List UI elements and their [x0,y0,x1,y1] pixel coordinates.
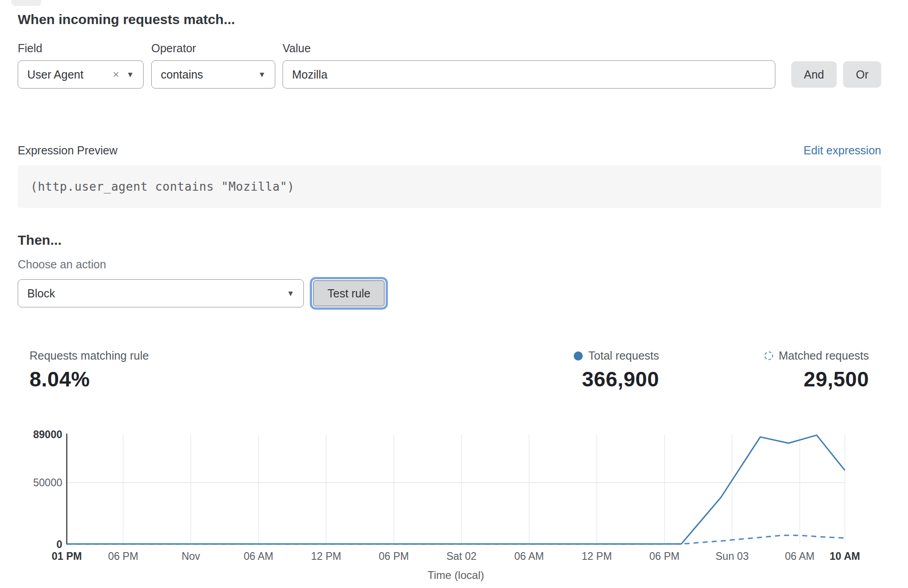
expression-preview-row: Expression Preview Edit expression [18,144,881,157]
requests-matching-value: 8.04% [30,367,149,391]
operator-label: Operator [151,42,283,55]
svg-text:89000: 89000 [33,429,62,440]
svg-text:06 AM: 06 AM [785,550,814,562]
edit-expression-link[interactable]: Edit expression [804,144,881,157]
expression-code-block: (http.user_agent contains "Mozilla") [18,165,881,208]
condition-row: User Agent × ▼ contains ▼ And Or [18,60,881,89]
svg-text:50000: 50000 [33,477,62,489]
match-heading: When incoming requests match... [18,12,881,27]
rule-builder-page: When incoming requests match... Field Op… [0,12,908,586]
action-select-value: Block [27,287,55,300]
svg-text:Nov: Nov [182,550,200,562]
requests-chart: 0500008900001 PM06 PMNov06 AM12 PM06 PMS… [18,429,881,586]
svg-text:06 AM: 06 AM [514,550,544,562]
operator-select-value: contains [161,68,203,81]
and-button[interactable]: And [791,61,837,88]
svg-text:Sat 02: Sat 02 [447,550,477,562]
expression-preview-label: Expression Preview [18,144,118,157]
chevron-down-icon: ▼ [126,71,134,79]
chart-canvas: 0500008900001 PM06 PMNov06 AM12 PM06 PMS… [18,429,881,586]
svg-text:01 PM: 01 PM [52,550,82,562]
requests-matching-label: Requests matching rule [30,349,149,362]
then-heading: Then... [18,232,881,248]
svg-text:10 AM: 10 AM [830,550,860,562]
total-requests-legend-icon [574,351,583,361]
field-select-value: User Agent [27,68,84,81]
action-row: Block ▼ Test rule [18,279,881,307]
field-label: Field [18,42,151,55]
field-select[interactable]: User Agent × ▼ [18,60,144,89]
svg-text:12 PM: 12 PM [311,550,341,562]
expression-code: (http.user_agent contains "Mozilla") [30,180,295,193]
svg-text:06 PM: 06 PM [108,550,138,562]
value-input[interactable] [283,60,775,89]
total-requests-value: 366,900 [574,367,659,391]
operator-select[interactable]: contains ▼ [151,60,275,89]
svg-text:06 PM: 06 PM [379,550,409,562]
value-label: Value [283,42,881,55]
svg-text:0: 0 [56,539,62,550]
total-requests-label: Total requests [588,349,659,362]
svg-text:Sun 03: Sun 03 [715,550,749,562]
choose-action-label: Choose an action [18,258,881,271]
svg-text:12 PM: 12 PM [582,550,612,562]
svg-text:06 PM: 06 PM [650,550,680,562]
matched-requests-value: 29,500 [764,367,869,391]
clear-field-icon[interactable]: × [113,69,119,80]
stat-requests-matching: Requests matching rule 8.04% [30,349,149,391]
stat-matched-requests: Matched requests 29,500 [764,349,869,391]
stats-row: Requests matching rule 8.04% Total reque… [18,349,881,395]
chevron-down-icon: ▼ [287,290,294,297]
svg-text:06 AM: 06 AM [243,550,273,562]
stat-total-requests: Total requests 366,900 [574,349,659,391]
chevron-down-icon: ▼ [258,71,266,79]
matched-requests-label: Matched requests [779,349,869,362]
test-rule-button[interactable]: Test rule [313,280,385,306]
svg-text:Time (local): Time (local) [427,569,484,581]
or-button[interactable]: Or [843,61,881,88]
matched-requests-legend-icon [764,351,773,360]
action-select[interactable]: Block ▼ [18,279,304,307]
condition-labels-row: Field Operator Value [18,42,881,55]
top-edge-artifact [11,0,41,6]
